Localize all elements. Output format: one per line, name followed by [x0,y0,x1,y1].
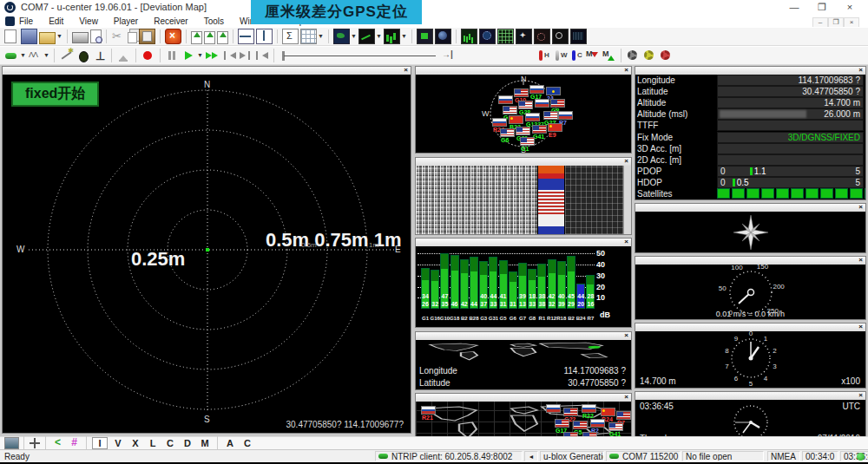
menu-receiver[interactable]: Receiver [154,16,187,26]
close-panel-icon[interactable]: × [857,67,865,74]
step-forward-icon[interactable] [238,49,253,62]
panel-signal-icon[interactable] [461,29,477,44]
table-caret-icon[interactable]: ▼ [318,29,325,43]
screen-icon[interactable] [4,437,19,449]
histogram-view-icon[interactable] [384,29,400,44]
scale-letter-D[interactable]: D [179,438,196,448]
open-caret-icon[interactable]: ▼ [56,29,63,43]
pan-move-icon[interactable] [29,436,41,450]
menu-file[interactable]: File [19,16,33,26]
warning-gear-icon[interactable] [642,49,657,62]
scale-letter-V[interactable]: V [109,438,127,448]
satellite-flag-icon: G1237 [525,113,540,121]
close-panel-icon[interactable]: × [402,67,410,74]
scale-letter-M[interactable]: M [196,438,214,448]
histogram-caret-icon[interactable]: ▼ [401,29,408,43]
zoom-out-icon[interactable]: < [50,436,65,450]
split-vertical-icon[interactable] [256,29,273,44]
settings-gear-icon[interactable] [626,49,641,62]
jump-end-icon[interactable] [441,49,456,62]
cut-icon[interactable] [111,29,126,43]
restore-button[interactable]: ❐ [811,1,833,14]
scale-letter-I[interactable]: I [92,437,108,449]
split-horizontal-icon[interactable] [238,29,254,44]
disconnect-icon[interactable] [165,29,181,44]
close-panel-icon[interactable]: × [622,332,630,339]
menu-edit[interactable]: Edit [49,16,63,26]
close-panel-icon[interactable]: × [857,392,865,399]
mode-letter-C[interactable]: C [239,438,256,448]
export-gearth-icon[interactable] [217,31,228,44]
export-text-icon[interactable] [191,31,202,44]
paste-icon[interactable] [139,29,155,44]
open-icon[interactable] [39,32,56,44]
speed-tick-label: 150 [757,265,768,270]
panel-gauge-icon[interactable] [534,29,550,44]
chart-view-icon[interactable] [358,29,375,44]
jump-start-icon[interactable] [254,49,269,62]
panel-compass-icon[interactable] [516,29,532,44]
camera-view-icon[interactable] [417,29,433,44]
scale-letter-C[interactable]: C [161,438,179,448]
map-caret-icon[interactable]: ▼ [351,29,358,43]
export-kml-icon[interactable] [204,31,215,44]
table-view-icon[interactable] [300,29,317,44]
temp-hot-icon[interactable] [536,49,550,62]
close-panel-icon[interactable]: × [622,158,630,165]
temp-warm-icon[interactable] [552,49,567,62]
sky-globe-icon[interactable] [435,29,451,44]
close-panel-icon[interactable]: × [622,394,630,401]
panel-globe-icon[interactable] [479,29,496,44]
close-panel-icon[interactable]: × [857,257,865,264]
menu-tools[interactable]: Tools [204,16,224,26]
panel-map-icon[interactable] [570,29,587,44]
autoconfig-wand-icon[interactable] [59,49,74,62]
menu-view[interactable]: View [79,16,98,26]
scale-letter-L[interactable]: L [144,438,161,448]
temp-cold-icon[interactable] [569,49,583,62]
panel-clock-icon[interactable] [552,29,569,44]
play-caret-icon[interactable]: ▼ [197,49,204,62]
fast-forward-icon[interactable] [205,49,220,62]
connect-caret-icon[interactable]: ▼ [20,49,27,62]
pause-icon[interactable] [165,49,180,62]
close-panel-icon[interactable]: × [622,239,630,245]
msg-rate-up-icon[interactable] [602,49,616,62]
status-collapse[interactable]: ◄ [524,451,538,461]
minimize-button[interactable]: — [783,1,806,14]
position-slider[interactable] [279,49,439,62]
panel-table-icon[interactable] [497,29,514,44]
data-row-value: 3D/DGNSS/FIXED [717,132,864,143]
mode-letter-A[interactable]: A [221,438,239,448]
signal-value-upper: 44 [575,293,586,299]
baudrate-caret-icon[interactable]: ▼ [43,49,50,62]
print-icon[interactable] [72,32,89,43]
connect-icon[interactable] [4,49,19,62]
print-preview-icon[interactable] [90,29,102,43]
new-file-icon[interactable] [4,29,16,43]
text-console-icon[interactable] [282,29,299,44]
satellite-cell [776,188,789,199]
debug-bug-icon[interactable] [76,49,90,62]
mdi-document-icon[interactable] [5,16,15,26]
close-button[interactable]: × [838,1,861,14]
baudrate-icon[interactable] [28,49,43,62]
error-gear-icon[interactable] [659,49,674,62]
close-panel-icon[interactable]: × [857,323,865,330]
record-icon[interactable] [141,49,155,62]
map-view-icon[interactable] [333,29,350,44]
step-back-icon[interactable] [221,49,236,62]
eject-icon[interactable] [116,49,131,62]
close-panel-icon[interactable]: × [857,204,865,211]
play-icon[interactable] [181,49,196,62]
copy-icon[interactable] [128,32,137,43]
scale-letter-X[interactable]: X [127,438,144,448]
msg-rate-down-icon[interactable] [585,49,600,62]
save-icon[interactable] [21,29,37,44]
table-scrollbar[interactable] [623,166,631,234]
chart-caret-icon[interactable]: ▼ [376,29,383,43]
antenna-icon[interactable] [92,49,107,62]
close-panel-icon[interactable]: × [622,67,630,74]
grid-toggle-icon[interactable]: # [67,436,82,450]
menu-player[interactable]: Player [114,16,138,26]
